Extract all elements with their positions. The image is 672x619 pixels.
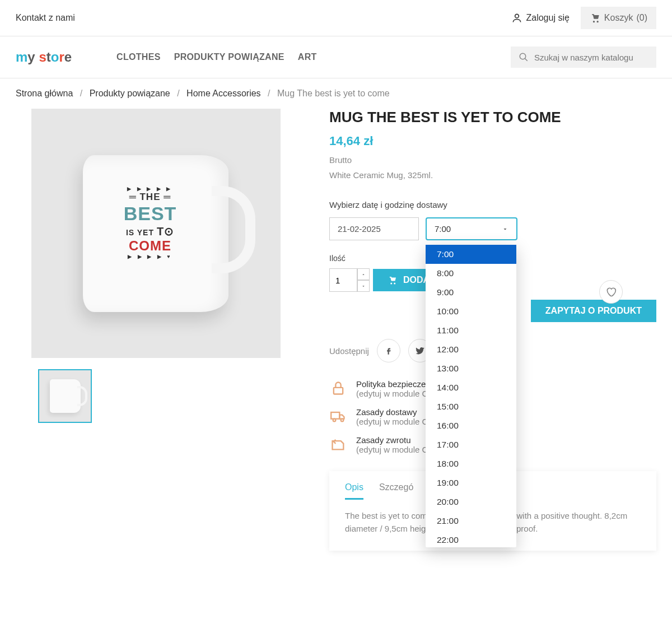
time-option[interactable]: 11:00 [426, 321, 516, 340]
time-option[interactable]: 21:00 [426, 511, 516, 530]
return-icon [330, 436, 346, 452]
svg-point-5 [333, 419, 336, 422]
product-description: White Ceramic Mug, 325ml. [329, 170, 656, 180]
reassurance-title: Zasady dostawy [356, 407, 428, 417]
facebook-icon [384, 346, 394, 356]
tab-description[interactable]: Opis [345, 482, 363, 500]
product-title: MUG THE BEST IS YET TO COME [329, 109, 656, 126]
time-select-value: 7:00 [435, 224, 451, 234]
reassurance-sub: (edytuj w module C [356, 445, 428, 454]
reassurance-title: Polityka bezpiecze [356, 379, 428, 389]
search-input[interactable] [534, 53, 648, 62]
ask-product-button[interactable]: ZAPYTAJ O PRODUKT [531, 300, 656, 322]
time-option[interactable]: 22:00 [426, 530, 516, 550]
delivery-label: Wybierz datę i godzinę dostawy [329, 200, 656, 210]
chevron-down-icon [361, 284, 366, 288]
time-option[interactable]: 8:00 [426, 264, 516, 283]
cart-icon [590, 12, 601, 24]
breadcrumb: Strona główna / Produkty powiązane / Hom… [0, 78, 672, 109]
time-option[interactable]: 14:00 [426, 378, 516, 397]
time-option[interactable]: 9:00 [426, 283, 516, 302]
reassurance-title: Zasady zwrotu [356, 435, 428, 445]
main-nav: CLOTHES PRODUKTY POWIĄZANE ART [116, 52, 511, 62]
truck-icon [330, 408, 346, 424]
cart-link[interactable]: Koszyk (0) [581, 7, 656, 29]
time-option[interactable]: 17:00 [426, 435, 516, 454]
time-option[interactable]: 15:00 [426, 397, 516, 416]
product-image[interactable]: ▶ ▶ ▶ ▶ ▶ ═ THE ═ BEST IS YET T⊙ COME ▶ … [31, 109, 281, 358]
nav-art[interactable]: ART [298, 52, 317, 62]
cart-count: (0) [636, 13, 647, 23]
lock-icon [330, 380, 346, 396]
product-price: 14,64 zł [329, 134, 656, 148]
svg-point-6 [341, 419, 344, 422]
nav-related[interactable]: PRODUKTY POWIĄZANE [174, 52, 284, 62]
search-icon [519, 52, 529, 62]
share-facebook[interactable] [377, 339, 400, 362]
store-logo[interactable]: my store [16, 49, 72, 65]
time-option[interactable]: 16:00 [426, 416, 516, 435]
share-label: Udostępnij [329, 346, 369, 356]
reassurance-sub: (edytuj w module C [356, 417, 428, 426]
login-label: Zaloguj się [526, 13, 569, 23]
svg-rect-4 [331, 412, 339, 419]
twitter-icon [415, 346, 425, 356]
time-option[interactable]: 18:00 [426, 454, 516, 473]
wishlist-button[interactable] [599, 280, 623, 304]
search-box[interactable] [511, 46, 656, 68]
contact-link[interactable]: Kontakt z nami [16, 13, 75, 23]
breadcrumb-current: Mug The best is yet to come [277, 89, 390, 98]
svg-point-0 [515, 14, 519, 18]
time-select[interactable]: 7:00 [426, 217, 517, 240]
time-dropdown: 7:00 8:00 9:00 10:00 11:00 12:00 13:00 1… [426, 245, 516, 547]
time-option[interactable]: 20:00 [426, 492, 516, 511]
svg-line-2 [525, 58, 528, 61]
breadcrumb-accessories[interactable]: Home Accessories [186, 89, 261, 98]
reassurance-sub: (edytuj w module C [356, 389, 428, 398]
heart-icon [605, 286, 617, 297]
time-option[interactable]: 10:00 [426, 302, 516, 321]
qty-up-button[interactable] [357, 268, 370, 280]
qty-down-button[interactable] [357, 280, 370, 292]
person-icon [511, 12, 522, 24]
product-thumbnail[interactable] [38, 369, 92, 423]
tax-label: Brutto [329, 155, 656, 165]
cart-icon [388, 275, 398, 285]
cart-label: Koszyk [604, 13, 633, 23]
login-link[interactable]: Zaloguj się [511, 12, 569, 24]
chevron-down-icon [502, 226, 508, 232]
mug-illustration: ▶ ▶ ▶ ▶ ▶ ═ THE ═ BEST IS YET T⊙ COME ▶ … [83, 155, 228, 312]
svg-point-1 [520, 53, 526, 59]
qty-input[interactable] [329, 268, 357, 292]
time-option[interactable]: 13:00 [426, 359, 516, 378]
svg-rect-3 [334, 388, 343, 394]
breadcrumb-related[interactable]: Produkty powiązane [90, 89, 170, 98]
time-option[interactable]: 7:00 [426, 245, 516, 264]
nav-clothes[interactable]: CLOTHES [116, 52, 161, 62]
tab-details[interactable]: Szczegó [379, 482, 413, 500]
chevron-up-icon [361, 272, 366, 277]
time-option[interactable]: 19:00 [426, 473, 516, 492]
date-input[interactable] [329, 217, 419, 240]
time-option[interactable]: 12:00 [426, 340, 516, 359]
breadcrumb-home[interactable]: Strona główna [16, 89, 73, 98]
